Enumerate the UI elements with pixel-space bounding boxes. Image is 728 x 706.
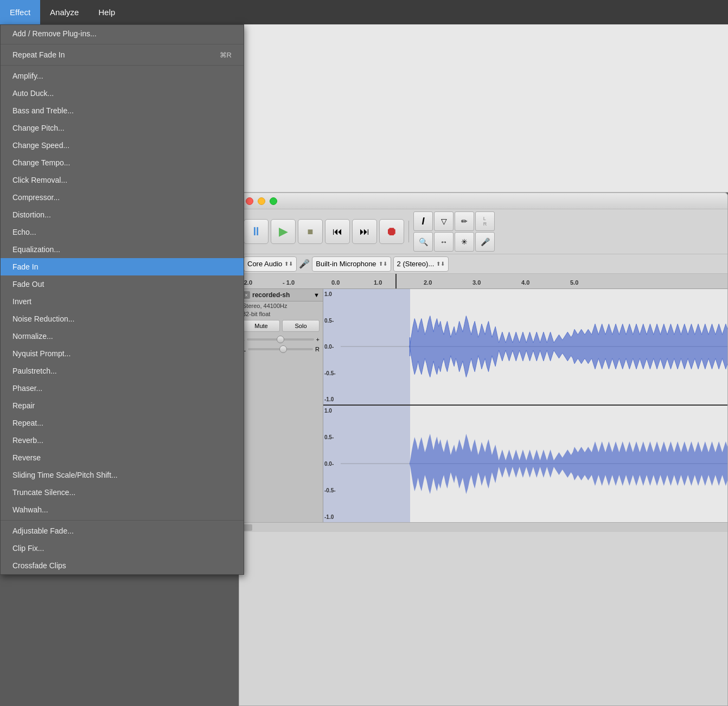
timeshift-tool-button[interactable]: ↔ bbox=[434, 232, 454, 252]
channels-select[interactable]: 2 (Stereo)... ⬆⬇ bbox=[393, 256, 449, 272]
menu-item-crossfade-clips[interactable]: Crossfade Clips bbox=[1, 557, 244, 574]
menu-item-reverb[interactable]: Reverb... bbox=[1, 432, 244, 449]
skip-start-button[interactable]: ⏮ bbox=[325, 219, 350, 244]
volume-plus-label: + bbox=[316, 336, 320, 343]
menu-item-reverse[interactable]: Reverse bbox=[1, 449, 244, 466]
horizontal-scrollbar[interactable] bbox=[239, 522, 727, 532]
repeat-fade-in-shortcut: ⌘R bbox=[220, 51, 232, 59]
window-chrome: ⏸ ▶ ■ ⏮ ⏭ ⏺ I ▽ ✏ LR 🔍 ↔ ✳ 🎤 bbox=[239, 192, 728, 706]
menu-item-phaser[interactable]: Phaser... bbox=[1, 380, 244, 397]
stop-button[interactable]: ■ bbox=[298, 219, 323, 244]
ruler-mark-2: 2.0 bbox=[424, 279, 432, 286]
menu-analyze[interactable]: Analyze bbox=[40, 0, 88, 24]
menu-item-sliding-time-scale[interactable]: Sliding Time Scale/Pitch Shift... bbox=[1, 466, 244, 484]
mute-button[interactable]: Mute bbox=[242, 320, 280, 332]
volume-slider-handle[interactable] bbox=[277, 336, 284, 343]
menu-item-repeat-fade-in[interactable]: Repeat Fade In ⌘R bbox=[1, 46, 244, 63]
solo-button[interactable]: Solo bbox=[282, 320, 320, 332]
channels-label: 2 (Stereo)... bbox=[397, 260, 435, 268]
volume-control: - + bbox=[239, 334, 323, 345]
pause-button[interactable]: ⏸ bbox=[244, 219, 269, 244]
menu-item-invert[interactable]: Invert bbox=[1, 293, 244, 310]
audio-host-arrow: ⬆⬇ bbox=[284, 261, 293, 267]
menu-item-click-removal[interactable]: Click Removal... bbox=[1, 171, 244, 189]
input-device-arrow: ⬆⬇ bbox=[379, 261, 387, 267]
track-area: × recorded-sh ▼ Stereo, 44100Hz 32-bit f… bbox=[239, 289, 727, 522]
device-bar: Core Audio ⬆⬇ 🎤 Built-in Microphone ⬆⬇ 2… bbox=[239, 254, 727, 274]
input-device-select[interactable]: Built-in Microphone ⬆⬇ bbox=[312, 256, 391, 272]
menu-item-normalize[interactable]: Normalize... bbox=[1, 328, 244, 345]
menu-item-equalization[interactable]: Equalization... bbox=[1, 241, 244, 258]
ruler-mark-neg1: - 1.0 bbox=[283, 279, 295, 286]
skip-end-button[interactable]: ⏭ bbox=[352, 219, 377, 244]
waveform-svg-top bbox=[341, 289, 727, 405]
menu-item-add-remove-plugins[interactable]: Add / Remove Plug-ins... bbox=[1, 25, 244, 42]
menu-item-auto-duck[interactable]: Auto Duck... bbox=[1, 85, 244, 102]
menu-item-paulstretch[interactable]: Paulstretch... bbox=[1, 362, 244, 380]
zoom-tool-button[interactable]: 🔍 bbox=[413, 232, 433, 252]
tool-group: I ▽ ✏ LR 🔍 ↔ ✳ 🎤 bbox=[413, 211, 495, 252]
toolbar-separator-1 bbox=[408, 221, 409, 242]
ruler-mark-0: 0.0 bbox=[331, 279, 340, 286]
ruler-mark-5: 5.0 bbox=[570, 279, 578, 286]
play-button[interactable]: ▶ bbox=[271, 219, 296, 244]
track-dropdown-arrow[interactable]: ▼ bbox=[314, 292, 320, 298]
menu-item-change-speed[interactable]: Change Speed... bbox=[1, 137, 244, 154]
multi-tool-button[interactable]: ✳ bbox=[455, 232, 474, 252]
top-channel: 1.0 0.5- 0.0- -0.5- -1.0 bbox=[323, 289, 727, 406]
menu-item-nyquist-prompt[interactable]: Nyquist Prompt... bbox=[1, 345, 244, 362]
audio-host-label: Core Audio bbox=[247, 260, 282, 268]
menu-item-wahwah[interactable]: Wahwah... bbox=[1, 501, 244, 518]
menu-help-label: Help bbox=[98, 8, 115, 17]
menu-item-change-tempo[interactable]: Change Tempo... bbox=[1, 154, 244, 171]
waveform-display: 1.0 0.5- 0.0- -0.5- -1.0 bbox=[323, 289, 727, 522]
playhead-cursor bbox=[395, 274, 397, 288]
menu-item-echo[interactable]: Echo... bbox=[1, 223, 244, 241]
microphone-icon: 🎤 bbox=[299, 259, 310, 269]
window-title-bar bbox=[239, 193, 727, 209]
track-info-line1: Stereo, 44100Hz bbox=[239, 301, 323, 310]
effect-dropdown: Add / Remove Plug-ins... Repeat Fade In … bbox=[0, 24, 244, 575]
waveform-svg-bottom bbox=[341, 406, 727, 522]
menu-item-noise-reduction[interactable]: Noise Reduction... bbox=[1, 310, 244, 328]
mic-tool-button[interactable]: 🎤 bbox=[475, 232, 495, 252]
menu-item-bass-and-treble[interactable]: Bass and Treble... bbox=[1, 102, 244, 119]
menu-item-fade-in[interactable]: Fade In bbox=[1, 258, 244, 275]
pan-slider-handle[interactable] bbox=[279, 345, 287, 353]
menu-item-clip-fix[interactable]: Clip Fix... bbox=[1, 540, 244, 557]
minimize-button[interactable] bbox=[258, 197, 265, 205]
menu-item-distortion[interactable]: Distortion... bbox=[1, 206, 244, 223]
menu-item-adjustable-fade[interactable]: Adjustable Fade... bbox=[1, 522, 244, 540]
track-name: recorded-sh bbox=[252, 291, 311, 299]
pan-slider[interactable] bbox=[248, 348, 313, 350]
menu-effect-label: Effect bbox=[10, 8, 30, 17]
menu-help[interactable]: Help bbox=[88, 0, 125, 24]
track-header-top: × recorded-sh ▼ bbox=[239, 289, 323, 301]
draw-tool-button[interactable]: ✏ bbox=[455, 211, 474, 231]
ruler-mark-1: 1.0 bbox=[374, 279, 382, 286]
maximize-button[interactable] bbox=[270, 197, 277, 205]
envelope-tool-button[interactable]: ▽ bbox=[434, 211, 454, 231]
track-header: × recorded-sh ▼ Stereo, 44100Hz 32-bit f… bbox=[239, 289, 323, 522]
menu-effect[interactable]: Effect bbox=[0, 0, 40, 24]
lr-button[interactable]: LR bbox=[475, 211, 495, 231]
pan-control: L R bbox=[239, 345, 323, 354]
menu-item-fade-out[interactable]: Fade Out bbox=[1, 275, 244, 293]
audio-host-select[interactable]: Core Audio ⬆⬇ bbox=[244, 256, 297, 272]
transport-toolbar: ⏸ ▶ ■ ⏮ ⏭ ⏺ I ▽ ✏ LR 🔍 ↔ ✳ 🎤 bbox=[239, 209, 727, 254]
menu-item-repair[interactable]: Repair bbox=[1, 397, 244, 414]
input-device-label: Built-in Microphone bbox=[316, 260, 376, 268]
menu-item-truncate-silence[interactable]: Truncate Silence... bbox=[1, 484, 244, 501]
close-button[interactable] bbox=[246, 197, 253, 205]
menu-item-repeat[interactable]: Repeat... bbox=[1, 414, 244, 432]
record-button[interactable]: ⏺ bbox=[379, 219, 404, 244]
selection-tool-button[interactable]: I bbox=[413, 211, 433, 231]
track-mute-solo-group: Mute Solo bbox=[239, 318, 323, 334]
ruler-mark-4: 4.0 bbox=[521, 279, 529, 286]
volume-slider[interactable] bbox=[247, 338, 314, 341]
menu-item-compressor[interactable]: Compressor... bbox=[1, 189, 244, 206]
menu-item-amplify[interactable]: Amplify... bbox=[1, 67, 244, 85]
menu-item-change-pitch[interactable]: Change Pitch... bbox=[1, 119, 244, 137]
channels-arrow: ⬆⬇ bbox=[436, 261, 445, 267]
top-white-area bbox=[239, 24, 728, 192]
